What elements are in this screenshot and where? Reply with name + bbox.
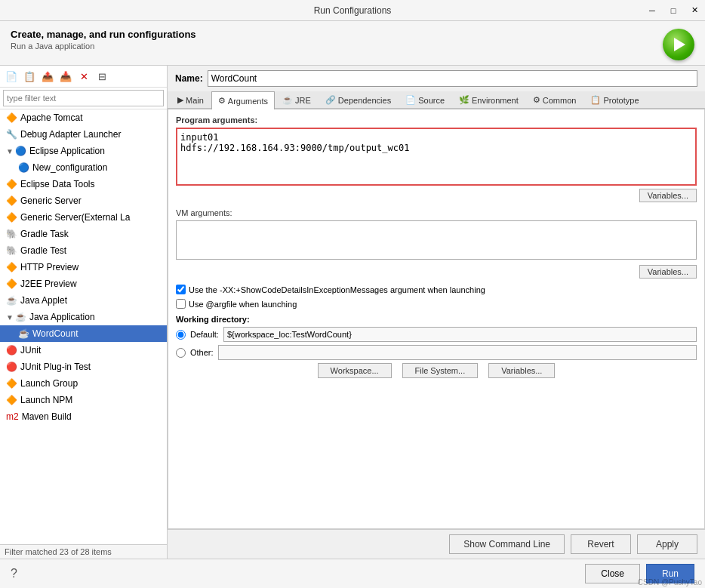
filter-input[interactable] [3,90,164,106]
tab-source[interactable]: 📄 Source [399,91,451,108]
new-config-icon: 🔵 [18,162,29,173]
tab-jre[interactable]: ☕ JRE [276,91,318,108]
default-dir-input[interactable] [223,327,697,342]
tree-item-http-preview[interactable]: 🔶 HTTP Preview [0,259,167,276]
tree-item-launch-npm[interactable]: 🔶 Launch NPM [0,392,167,408]
default-radio[interactable] [176,330,186,340]
close-button[interactable]: ✕ [684,0,705,21]
tree-item-new-config[interactable]: 🔵 New_configuration [0,159,167,176]
checkbox-row-1: Use the -XX:+ShowCodeDetailsInExceptionM… [176,285,697,294]
launch-npm-icon: 🔶 [6,395,17,405]
run-button[interactable] [663,29,694,60]
dialog-body: Create, manage, and run configurations R… [0,21,705,588]
tree-item-junit-plugin[interactable]: 🔴 JUnit Plug-in Test [0,359,167,375]
use-argfile-checkbox[interactable] [176,299,186,309]
eclipse-app-icon: 🔵 [15,146,26,156]
generic-server-ext-icon: 🔶 [6,212,17,223]
variables-btn-row-1: Variables... [176,189,697,202]
tree-item-eclipse-data-tools[interactable]: 🔶 Eclipse Data Tools [0,176,167,192]
title-bar-controls: ─ □ ✕ [642,0,705,20]
name-input[interactable] [208,70,697,87]
expand-icon-java-app: ▼ [6,313,14,322]
tree-item-launch-group[interactable]: 🔶 Launch Group [0,375,167,392]
variables-button-3[interactable]: Variables... [488,363,555,378]
tree-item-wordcount[interactable]: ☕ WordCount [0,325,167,342]
program-args-box: input01 hdfs://192.168.164.93:9000/tmp/o… [176,128,697,186]
java-app-icon: ☕ [15,312,26,322]
eclipse-data-tools-icon: 🔶 [6,179,17,189]
apply-button[interactable]: Apply [637,534,697,554]
vm-args-label: VM arguments: [176,208,697,217]
dialog-header: Create, manage, and run configurations R… [0,21,705,66]
show-command-line-button[interactable]: Show Command Line [449,534,565,554]
tab-prototype[interactable]: 📋 Prototype [583,91,645,108]
jre-tab-icon: ☕ [282,95,293,105]
arguments-tab-icon: ⚙ [218,96,226,106]
show-code-details-checkbox[interactable] [176,285,186,294]
run-button-footer[interactable]: Run [646,564,694,583]
environment-tab-icon: 🌿 [459,95,469,105]
tab-common[interactable]: ⚙ Common [526,91,583,108]
dependencies-tab-icon: 🔗 [325,95,336,105]
tab-arguments[interactable]: ⚙ Arguments [211,91,275,109]
bottom-bar: Show Command Line Revert Apply [168,529,705,559]
vm-args-textarea[interactable] [176,220,697,260]
delete-button[interactable]: ✕ [75,68,92,85]
common-tab-icon: ⚙ [533,95,540,105]
tree-item-debug-adapter[interactable]: 🔧 Debug Adapter Launcher [0,126,167,143]
variables-button-2[interactable]: Variables... [639,265,697,279]
filter-box [0,88,167,109]
workspace-button[interactable]: Workspace... [318,363,392,378]
tree-item-generic-server-ext[interactable]: 🔶 Generic Server(External La [0,209,167,226]
tab-environment[interactable]: 🌿 Environment [452,91,525,108]
tree-item-maven-build[interactable]: m2 Maven Build [0,408,167,425]
tree-item-gradle-test[interactable]: 🐘 Gradle Test [0,242,167,259]
other-dir-input[interactable] [218,345,697,360]
expand-icon-eclipse-app: ▼ [6,147,14,155]
tab-content-arguments: Program arguments: input01 hdfs://192.16… [168,109,705,529]
title-bar: Run Configurations ─ □ ✕ [0,0,705,21]
generic-server-icon: 🔶 [6,195,17,206]
gradle-test-icon: 🐘 [6,245,17,256]
program-args-container: input01 hdfs://192.168.164.93:9000/tmp/o… [176,128,697,186]
new-from-existing-button[interactable]: 📋 [21,68,38,85]
maximize-button[interactable]: □ [663,0,684,21]
gradle-task-icon: 🐘 [6,229,17,239]
right-panel: Name: ▶ Main ⚙ Arguments ☕ JRE 🔗 [168,66,705,559]
variables-button-1[interactable]: Variables... [639,189,697,202]
other-radio-row: Other: [176,345,697,360]
minimize-button[interactable]: ─ [642,0,663,21]
junit-plugin-icon: 🔴 [6,362,17,372]
revert-button[interactable]: Revert [571,534,631,554]
collapse-button[interactable]: ⊟ [94,68,110,85]
other-radio[interactable] [176,348,186,358]
bottom-btns: Show Command Line Revert Apply [449,534,697,554]
tab-main[interactable]: ▶ Main [171,91,211,108]
tree-item-j2ee-preview[interactable]: 🔶 J2EE Preview [0,276,167,292]
tree-item-gradle-task[interactable]: 🐘 Gradle Task [0,226,167,242]
program-args-textarea[interactable]: input01 hdfs://192.168.164.93:9000/tmp/o… [177,129,695,182]
tab-dependencies[interactable]: 🔗 Dependencies [319,91,398,108]
prototype-tab-icon: 📋 [590,95,601,105]
import-button[interactable]: 📥 [57,68,74,85]
working-dir-section: Working directory: Default: Other: Works… [176,315,697,378]
tree-item-java-application[interactable]: ▼ ☕ Java Application [0,309,167,325]
new-config-button[interactable]: 📄 [3,68,20,85]
show-code-details-label: Use the -XX:+ShowCodeDetailsInExceptionM… [189,285,485,294]
main-area: 📄 📋 📤 📥 ✕ ⊟ 🔶 Apache Tomcat 🔧 De [0,66,705,559]
tree-item-eclipse-application[interactable]: ▼ 🔵 Eclipse Application [0,143,167,159]
help-icon[interactable]: ? [11,567,17,580]
tree-item-generic-server[interactable]: 🔶 Generic Server [0,192,167,209]
tree-item-apache-tomcat[interactable]: 🔶 Apache Tomcat [0,109,167,126]
java-applet-icon: ☕ [6,295,17,306]
tree-item-junit[interactable]: 🔴 JUnit [0,342,167,359]
close-button-footer[interactable]: Close [585,564,640,583]
wordcount-icon: ☕ [18,328,29,339]
export-button[interactable]: 📤 [39,68,56,85]
other-label: Other: [190,348,214,357]
tree-item-java-applet[interactable]: ☕ Java Applet [0,292,167,309]
file-system-button[interactable]: File System... [402,363,479,378]
name-label: Name: [175,73,203,84]
dialog-footer: ? Close Run [0,559,705,588]
left-panel: 📄 📋 📤 📥 ✕ ⊟ 🔶 Apache Tomcat 🔧 De [0,66,168,559]
